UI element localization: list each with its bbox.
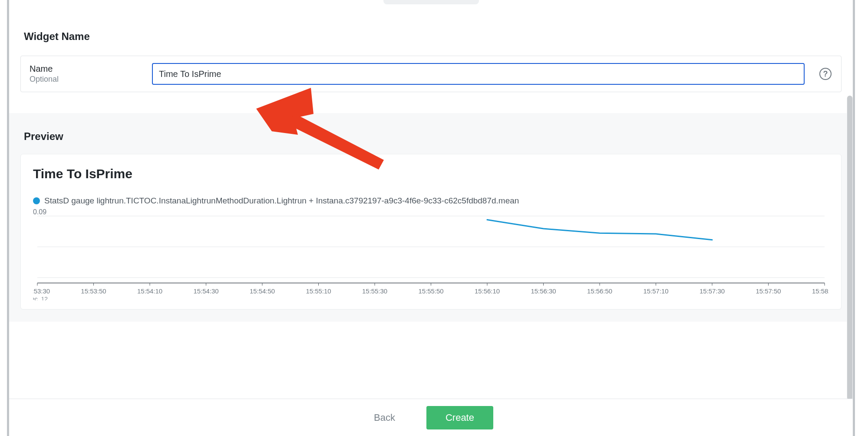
- svg-text:15:57:10: 15:57:10: [643, 287, 668, 295]
- preview-card: Time To IsPrime StatsD gauge lightrun.TI…: [20, 154, 842, 310]
- legend-row: StatsD gauge lightrun.TICTOC.InstanaLigh…: [33, 196, 829, 206]
- back-button[interactable]: Back: [369, 409, 400, 427]
- question-mark-circle-icon: ?: [819, 68, 832, 80]
- legend-dot-icon: [33, 197, 40, 204]
- svg-text:15:58:10: 15:58:10: [812, 287, 829, 295]
- svg-text:15:55:10: 15:55:10: [306, 287, 331, 295]
- widget-name-section-title: Widget Name: [24, 30, 853, 43]
- page-tab-indicator: [383, 0, 479, 4]
- name-field-labels: Name Optional: [30, 64, 138, 84]
- svg-text:15:54:10: 15:54:10: [137, 287, 162, 295]
- preview-section: Preview Time To IsPrime StatsD gauge lig…: [9, 113, 853, 322]
- svg-text:15:56:30: 15:56:30: [531, 287, 556, 295]
- scrollbar-track[interactable]: [847, 96, 853, 399]
- svg-text:15:53:30: 15:53:30: [33, 287, 50, 295]
- scrollbar-thumb[interactable]: [847, 96, 852, 399]
- widget-name-input[interactable]: [152, 63, 805, 85]
- name-field-label: Name: [30, 64, 138, 74]
- svg-text:15:55:30: 15:55:30: [362, 287, 387, 295]
- widget-name-panel: Name Optional ?: [20, 56, 842, 92]
- preview-section-title: Preview: [24, 130, 842, 143]
- svg-text:15:54:30: 15:54:30: [193, 287, 218, 295]
- footer-bar: Back Create: [9, 399, 853, 436]
- svg-text:15:55:50: 15:55:50: [418, 287, 443, 295]
- help-icon[interactable]: ?: [818, 67, 832, 81]
- svg-text:15:57:30: 15:57:30: [700, 287, 725, 295]
- create-button[interactable]: Create: [426, 406, 493, 429]
- chart-title: Time To IsPrime: [33, 166, 829, 181]
- legend-label: StatsD gauge lightrun.TICTOC.InstanaLigh…: [44, 196, 519, 206]
- chart-plot: 15:53:30Dec. 1215:53:5015:54:1015:54:301…: [33, 213, 829, 300]
- svg-text:15:56:10: 15:56:10: [475, 287, 500, 295]
- svg-text:15:54:50: 15:54:50: [250, 287, 275, 295]
- svg-text:Dec. 12: Dec. 12: [33, 296, 48, 300]
- svg-text:15:53:50: 15:53:50: [81, 287, 106, 295]
- name-field-sublabel: Optional: [30, 75, 138, 84]
- svg-text:15:56:50: 15:56:50: [587, 287, 612, 295]
- svg-text:15:57:50: 15:57:50: [756, 287, 781, 295]
